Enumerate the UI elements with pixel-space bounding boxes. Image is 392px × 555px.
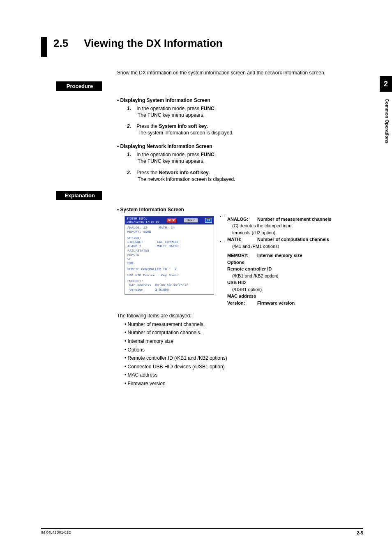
sys-step-1: 1. In the operation mode, press FUNC. Th…: [127, 106, 347, 119]
page-footer: IM 04L41B01-01E 2-5: [41, 528, 363, 535]
screenshot-legend: ANALOG: Number of measurement channels (…: [227, 216, 331, 307]
sys-step-2: 2. Press the System info soft key. The s…: [127, 123, 347, 137]
list-item: Firmware version: [125, 380, 347, 388]
list-item: Internal memory size: [125, 338, 347, 345]
section-title: 2.5 Viewing the DX Information: [41, 37, 363, 57]
explain-heading: System Information Screen: [117, 207, 347, 213]
section-number: 2.5: [53, 37, 68, 50]
page-number: 2-5: [357, 530, 363, 535]
brace-icon: [220, 216, 224, 242]
list-item: Number of computation channels.: [125, 329, 347, 337]
title-ornament: [41, 37, 47, 57]
section-heading: Viewing the DX Information: [84, 37, 223, 50]
interval-badge: 1hour: [184, 218, 198, 222]
disp-icon: DISP: [167, 218, 176, 222]
net-info-heading: Displaying Network Information Screen: [117, 143, 347, 149]
list-item: Remote controller ID (/KB1 and /KB2 opti…: [125, 354, 347, 362]
doc-id: IM 04L41B01-01E: [41, 530, 71, 535]
record-icon: ⦿: [205, 218, 212, 223]
procedure-label: Procedure: [56, 81, 102, 91]
list-item: Connected USB HID devices (/USB1 option): [125, 363, 347, 371]
step-number: 2.: [127, 170, 131, 176]
net-step-2: 2. Press the Network info soft key. The …: [127, 170, 347, 183]
followup-intro: The following items are displayed:: [117, 312, 347, 320]
list-item: Number of measurement channels.: [125, 321, 347, 328]
step-number: 1.: [127, 152, 131, 157]
sys-info-heading: Displaying System Information Screen: [117, 97, 347, 103]
followup-block: The following items are displayed: Numbe…: [117, 312, 347, 387]
list-item: MAC address: [125, 371, 347, 379]
net-step-1: 1. In the operation mode, press FUNC. Th…: [127, 152, 347, 165]
step-number: 1.: [127, 106, 131, 111]
list-item: Options: [125, 346, 347, 354]
device-screenshot: SYSTEM INFO. 2008/12/01 17:16:00 DISP 1h…: [125, 216, 214, 295]
explanation-label: Explanation: [56, 191, 102, 200]
intro-text: Show the DX information on the system in…: [117, 69, 347, 76]
step-number: 2.: [127, 123, 131, 129]
